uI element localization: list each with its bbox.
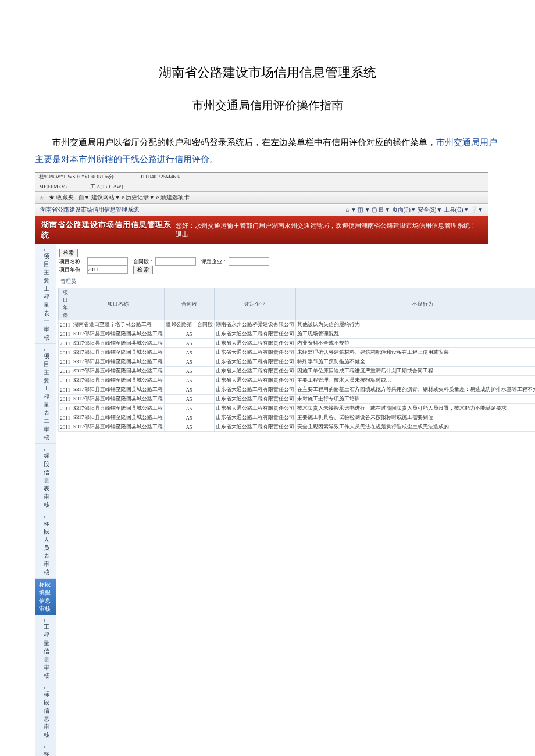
table-row[interactable]: 2011S317邵阳县五峰铺至隆回县城公路工程A5山东省大通公路工程有限责任公司… — [59, 422, 535, 432]
filter-seg-label: 合同段： — [133, 259, 154, 264]
admin-label: 管理员 — [58, 277, 535, 286]
browser-favorites-bar: ★ ★ 收藏夹 自▼ 建议网站▼ e 历史记录▼ e 新建选项卡 — [35, 192, 488, 204]
app-banner-welcome: 您好：永州交通运输主管部门用户湖南永州交通运输局，欢迎使用湖南省公路建设市场信用… — [176, 221, 482, 239]
table-row[interactable]: 2011S317邵阳县五峰铺至隆回县城公路工程A5山东省大通公路工程有限责任公司… — [59, 367, 535, 376]
filter-year-input[interactable] — [87, 266, 128, 274]
sidebar-item[interactable]: › 标段信息审核 — [35, 682, 56, 741]
sidebar-item[interactable]: › 标段人员信息审核 — [35, 741, 56, 756]
browser-current-tab[interactable]: 湖南省公路建设市场信用信息管理系统 — [40, 206, 139, 214]
grid-header: 不良行为 — [295, 288, 535, 320]
app-banner-title: 湖南省公路建设市场信用信息管理系统 — [41, 220, 176, 241]
sidebar-item[interactable]: › 标段信息表审核 — [35, 444, 56, 511]
table-row[interactable]: 2011S317邵阳县五峰铺至隆回县城公路工程A5山东省大通公路工程有限责任公司… — [59, 348, 535, 357]
browser-tabs-left: MF|Ef|M<V) — [39, 184, 67, 191]
main-panel: 检索 项目名称： 合同段： 评定企业： 项目年份： 检 索 管理员 项目年份项目… — [56, 244, 535, 756]
sidebar-item[interactable]: › 工程量信息审核 — [35, 615, 56, 682]
table-row[interactable]: 2011S317邵阳县五峰铺至隆回县城公路工程A5山东省大通公路工程有限责任公司… — [59, 376, 535, 385]
table-row[interactable]: 2011S317邵阳县五峰铺至隆回县城公路工程A5山东省大通公路工程有限责任公司… — [59, 395, 535, 404]
sidebar-item[interactable]: › 标段人员表审核 — [35, 511, 56, 579]
browser-address-garbled: 社%1%W*1-WS.ft-*YO4ORl-\n分 J11U401\25M46%… — [35, 173, 488, 182]
sidebar-menu: › 项目主要工程量表一审核› 项目主要工程量表二审核› 标段信息表审核› 标段人… — [35, 244, 56, 756]
sidebar-item[interactable]: › 项目主要工程量表二审核 — [35, 344, 56, 444]
table-row[interactable]: 2011S317邵阳县五峰铺至隆回县城公路工程A5山东省大通公路工程有限责任公司… — [59, 357, 535, 367]
filter-ent-input[interactable] — [229, 257, 269, 266]
doc-title-main: 湖南省公路建设市场信用信息管理系统 — [35, 64, 500, 81]
favorites-star-icon[interactable]: ★ — [39, 195, 44, 201]
table-row[interactable]: 2011湖南省道口至道宁塔子林公路工程道邻公路第一合同段湖南省永州公路桥梁建设有… — [59, 320, 535, 329]
sidebar-group: 标段填报信息审核 — [35, 579, 56, 615]
filter-seg-input[interactable] — [155, 257, 196, 266]
grid-header: 项目年份 — [59, 288, 72, 320]
embedded-screenshot: 社%1%W*1-WS.ft-*YO4ORl-\n分 J11U401\25M46%… — [35, 172, 488, 756]
browser-page-tools[interactable]: ⌂ ▼ ◫ ▼ ▢ ⊞ ▼ 页面(P)▼ 安全(S)▼ 工具(O)▼ ❔▼ — [345, 206, 483, 214]
grid-header: 项目名称 — [72, 288, 165, 320]
table-row[interactable]: 2011S317邵阳县五峰铺至隆回县城公路工程A5山东省大通公路工程有限责任公司… — [59, 413, 535, 422]
table-row[interactable]: 2011S317邵阳县五峰铺至隆回县城公路工程A5山东省大通公路工程有限责任公司… — [59, 329, 535, 339]
sidebar-item[interactable]: › 项目主要工程量表一审核 — [35, 244, 56, 344]
favorites-label[interactable]: ★ 收藏夹 — [49, 194, 74, 202]
table-row[interactable]: 2011S317邵阳县五峰铺至隆回县城公路工程A5山东省大通公路工程有限责任公司… — [59, 385, 535, 395]
search-toggle-button[interactable]: 检索 — [59, 249, 78, 257]
table-row[interactable]: 2011S317邵阳县五峰铺至隆回县城公路工程A5山东省大通公路工程有限责任公司… — [59, 339, 535, 348]
intro-text-1: 市州交通局用户以省厅分配的帐户和密码登录系统后，在左边菜单栏中有信用评价对应的操… — [52, 138, 436, 147]
app-banner: 湖南省公路建设市场信用信息管理系统 您好：永州交通运输主管部门用户湖南永州交通运… — [35, 216, 488, 244]
intro-paragraph: 市州交通局用户以省厅分配的帐户和密码登录系统后，在左边菜单栏中有信用评价对应的操… — [35, 134, 500, 167]
grid-header: 合同段 — [164, 288, 214, 320]
filter-proj-input[interactable] — [87, 257, 128, 266]
filter-ent-label: 评定企业： — [201, 259, 227, 264]
filter-search-button[interactable]: 检 索 — [133, 266, 154, 274]
doc-title-sub: 市州交通局信用评价操作指南 — [35, 98, 500, 113]
search-panel: 检索 项目名称： 合同段： 评定企业： 项目年份： 检 索 — [58, 246, 535, 277]
browser-tab-bar: 湖南省公路建设市场信用信息管理系统 ⌂ ▼ ◫ ▼ ▢ ⊞ ▼ 页面(P)▼ 安… — [35, 204, 488, 216]
favorites-links[interactable]: 自▼ 建议网站▼ e 历史记录▼ e 新建选项卡 — [79, 194, 190, 202]
filter-year-label: 项目年份： — [59, 267, 85, 273]
results-grid: 项目年份项目名称合同段评定企业不良行为扣分类别扣分 2011湖南省道口至道宁塔子… — [58, 288, 535, 432]
browser-tabs-mid: 工 A(T)-f1AW) — [90, 184, 123, 191]
table-row[interactable]: 2011S317邵阳县五峰铺至隆回县城公路工程A5山东省大通公路工程有限责任公司… — [59, 404, 535, 413]
filter-proj-label: 项目名称： — [59, 259, 85, 264]
grid-header: 评定企业 — [214, 288, 295, 320]
